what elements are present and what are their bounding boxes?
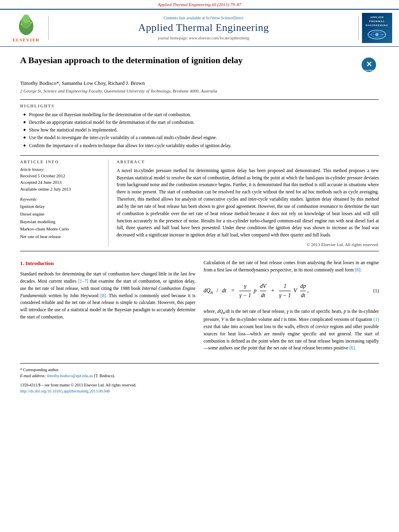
logo-line1: APPLIED (366, 16, 388, 20)
email-name: (T. Bodisco). (94, 374, 115, 378)
email-line: E-mail address: timothy.bodisco@qut.edu.… (20, 373, 379, 379)
keyword-4: Markov-chain Monte Carlo (20, 225, 102, 233)
doi-link[interactable]: http://dx.doi.org/10.1016/j.applthermale… (20, 389, 110, 393)
divider-2 (20, 155, 379, 156)
info-abstract-row: ARTICLE INFO Article history: Received 5… (20, 160, 379, 247)
ref-link-1-7[interactable]: [1–7] (78, 279, 88, 283)
received-date: Received 5 October 2012 (20, 173, 102, 179)
section1-heading: 1. Introduction (20, 259, 195, 267)
svg-point-5 (30, 22, 32, 24)
affiliation: 2 George St, Science and Engineering Fac… (20, 88, 379, 93)
footnote-section: * Corresponding author. E-mail address: … (20, 363, 379, 394)
history-label: Article history: (20, 167, 102, 172)
journal-title: Applied Thermal Engineering (55, 21, 352, 34)
ref-link-eq1[interactable]: (1) (374, 317, 379, 322)
elsevier-tree-icon (10, 14, 42, 36)
journal-logo-right: APPLIED THERMAL ENGINEERING (359, 13, 395, 43)
body-left-col: 1. Introduction Standard methods for det… (20, 259, 195, 355)
copyright: © 2013 Elsevier Ltd. All rights reserved… (117, 242, 379, 247)
list-item: Propose the use of Bayesian modelling fo… (24, 111, 379, 118)
right-para2: where, dQn/dt is the net rate of heat re… (204, 308, 379, 352)
issn-line: 1359-4311/$ – see front matter © 2013 El… (20, 382, 379, 394)
article-info-label: ARTICLE INFO (20, 160, 102, 164)
divider-3 (20, 251, 379, 251)
article-info-col: ARTICLE INFO Article history: Received 5… (20, 160, 109, 247)
svg-point-4 (21, 23, 22, 25)
elsevier-brand-label: ELSEVIER (12, 37, 40, 42)
logo-line3: ENGINEERING (366, 24, 388, 28)
highlights-label: HIGHLIGHTS (20, 104, 379, 108)
article-history: Article history: Received 5 October 2012… (20, 167, 102, 193)
keywords-label: Keywords: (20, 197, 102, 201)
list-item: Use the model to investigate the inter-c… (24, 134, 379, 141)
logo-line2: THERMAL (366, 20, 388, 24)
keywords-group: Keywords: Ignition delay Diesel engine B… (20, 197, 102, 240)
section1-para1: Standard methods for determining the sta… (20, 271, 195, 321)
journal-ref: Applied Thermal Engineering 60 (2013) 79… (158, 2, 241, 7)
main-content: A Bayesian approach to the determination… (0, 47, 399, 402)
svg-text:CrossMark: CrossMark (363, 69, 375, 72)
keyword-3: Bayesian modelling (20, 218, 102, 226)
authors: Timothy Bodisco*, Samantha Low Choy, Ric… (20, 80, 379, 86)
top-bar: Applied Thermal Engineering 60 (2013) 79… (0, 0, 399, 9)
ref-link-8[interactable]: [8] (101, 293, 106, 298)
keyword-2: Diesel engine (20, 210, 102, 218)
crossmark-icon: ✕ CrossMark (361, 57, 379, 76)
ref-link-6[interactable]: [6] (350, 345, 355, 350)
highlights-list: Propose the use of Bayesian modelling fo… (20, 111, 379, 149)
journal-url: journal homepage: www.elsevier.com/locat… (55, 36, 352, 40)
equation-1: dQn / dt = γ γ − 1 p dV dt (204, 280, 379, 302)
right-para1: Calculation of the net rate of heat rele… (204, 259, 379, 274)
equation-number: (1) (373, 287, 379, 295)
journal-center: Contents lists available at SciVerse Sci… (48, 16, 359, 40)
journal-logo-box: APPLIED THERMAL ENGINEERING (362, 13, 392, 43)
list-item: Show how the statistical model is implem… (24, 127, 379, 134)
email-link[interactable]: timothy.bodisco@qut.edu.au (47, 374, 93, 378)
keyword-1: Ignition delay (20, 203, 102, 210)
sciverse-link: Contents lists available at SciVerse Sci… (55, 16, 352, 20)
svg-point-7 (29, 21, 30, 22)
body-two-col: 1. Introduction Standard methods for det… (20, 259, 379, 355)
abstract-text: A novel in-cylinder pressure method for … (117, 167, 379, 239)
list-item: Describe an appropriate statistical mode… (24, 119, 379, 126)
svg-point-6 (24, 19, 25, 21)
journal-header: ELSEVIER Contents lists available at Sci… (0, 9, 399, 47)
svg-text:✕: ✕ (366, 60, 372, 68)
logo-graphic-icon (367, 29, 387, 40)
list-item: Confirm the importance of a modern techn… (24, 142, 379, 149)
elsevier-logo: ELSEVIER (4, 14, 48, 42)
divider-1 (20, 99, 379, 100)
accepted-date: Accepted 24 June 2013 (20, 179, 102, 186)
abstract-col: ABSTRACT A novel in-cylinder pressure me… (117, 160, 379, 247)
ref-link-8b[interactable]: [8] (355, 267, 360, 272)
body-right-col: Calculation of the net rate of heat rele… (204, 259, 379, 355)
article-title: A Bayesian approach to the determination… (20, 55, 357, 66)
available-date: Available online 2 July 2013 (20, 186, 102, 193)
corresponding-author-note: * Corresponding author. (20, 367, 379, 373)
highlights-section: HIGHLIGHTS Propose the use of Bayesian m… (20, 104, 379, 149)
keyword-5: Net rate of heat release (20, 233, 102, 240)
svg-point-3 (23, 14, 30, 23)
abstract-label: ABSTRACT (117, 160, 379, 164)
article-title-row: A Bayesian approach to the determination… (20, 55, 379, 76)
equation-content: dQn / dt = γ γ − 1 p dV dt (204, 282, 367, 300)
body-section: 1. Introduction Standard methods for det… (20, 259, 379, 355)
email-label: E-mail address: (20, 374, 46, 378)
